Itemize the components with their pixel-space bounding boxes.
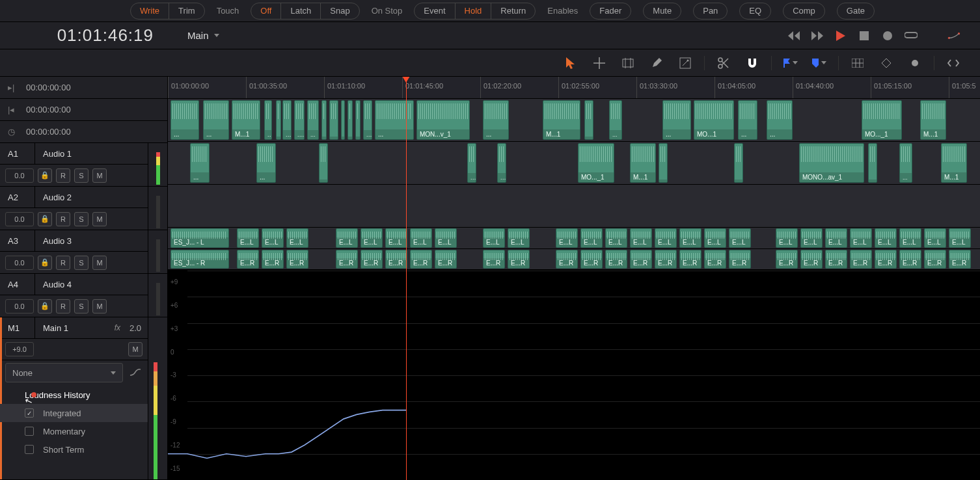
audio-clip[interactable]: E...L <box>286 228 308 248</box>
audio-clip[interactable]: ... <box>899 143 912 183</box>
m1-volume[interactable]: +9.0 <box>5 342 34 356</box>
m1-mute-button[interactable]: M <box>128 342 143 356</box>
record-button[interactable] <box>881 29 894 42</box>
mute-button[interactable]: M <box>92 256 107 270</box>
pencil-tool-icon[interactable] <box>649 56 664 70</box>
scissors-icon[interactable] <box>716 56 731 70</box>
lock-button[interactable]: 🔒 <box>38 256 52 270</box>
range-tool-icon[interactable] <box>621 56 635 70</box>
audio-clip[interactable]: E...R <box>237 250 259 269</box>
lock-button[interactable]: 🔒 <box>38 299 52 313</box>
track-name[interactable]: Audio 3 <box>35 236 72 246</box>
track-a3-lane[interactable] <box>168 185 980 228</box>
audio-clip[interactable] <box>734 143 743 183</box>
play-button[interactable] <box>834 29 847 42</box>
fader-pill[interactable]: Fader <box>590 3 631 20</box>
audio-clip[interactable]: ... <box>256 143 276 183</box>
arrow-tool-icon[interactable] <box>564 56 578 70</box>
loudness-lane[interactable]: +9+6+30-3-6-9-12-15 <box>168 271 980 480</box>
mute-pill[interactable]: Mute <box>643 3 681 20</box>
audio-clip[interactable]: E...L <box>924 228 946 248</box>
rewind-button[interactable] <box>787 29 800 42</box>
audio-clip[interactable]: ... <box>282 100 292 140</box>
audio-clip[interactable]: ES_J... - L <box>170 228 229 248</box>
track-a2-lane[interactable]: ............MO..._1M...1MONO...av_1...M.… <box>168 142 980 185</box>
audio-clip[interactable]: E...R <box>949 250 971 269</box>
write-button[interactable]: Write <box>131 3 169 19</box>
audio-clip[interactable]: E...R <box>556 250 578 269</box>
audio-clip[interactable]: E...R <box>605 250 627 269</box>
arm-button[interactable]: R <box>56 168 70 183</box>
crosshair-tool-icon[interactable] <box>592 56 606 70</box>
arm-button[interactable]: R <box>56 212 70 226</box>
comp-pill[interactable]: Comp <box>783 3 825 20</box>
track-volume[interactable]: 0.0 <box>5 168 34 183</box>
audio-clip[interactable]: E...R <box>729 250 751 269</box>
audio-clip[interactable]: ... <box>738 100 757 140</box>
audio-clip[interactable]: E...L <box>385 228 407 248</box>
audio-clip[interactable]: ... <box>294 100 305 140</box>
event-button[interactable]: Event <box>415 3 454 19</box>
audio-clip[interactable]: MON...v_1 <box>416 100 470 140</box>
audio-clip[interactable]: MO...1 <box>694 100 734 140</box>
fast-forward-button[interactable] <box>811 29 824 42</box>
playhead[interactable] <box>406 77 407 480</box>
audio-clip[interactable]: MONO...av_1 <box>799 143 864 183</box>
audio-clip[interactable]: E...R <box>385 250 407 269</box>
solo-button[interactable]: S <box>74 212 88 226</box>
grid-view-icon[interactable] <box>851 56 865 70</box>
audio-clip[interactable]: E...R <box>580 250 603 269</box>
audio-clip[interactable]: ... <box>264 100 272 140</box>
audio-clip[interactable] <box>276 100 281 140</box>
off-button[interactable]: Off <box>251 3 280 19</box>
eq-pill[interactable]: EQ <box>739 3 771 20</box>
audio-clip[interactable]: ... <box>609 100 622 140</box>
audio-clip[interactable]: E...L <box>850 228 872 248</box>
audio-clip[interactable]: ... <box>497 143 506 183</box>
timecode-row-0[interactable]: ▸|00:00:00:00 <box>0 77 167 99</box>
audio-clip[interactable]: E...R <box>508 250 530 269</box>
audio-clip[interactable]: ... <box>203 100 229 140</box>
audio-clip[interactable]: E...L <box>435 228 457 248</box>
audio-clip[interactable]: M...1 <box>543 100 580 140</box>
audio-clip[interactable]: MO..._1 <box>862 100 902 140</box>
audio-clip[interactable]: MO..._1 <box>578 143 614 183</box>
diamond-icon[interactable] <box>879 56 893 70</box>
audio-clip[interactable]: E...L <box>483 228 505 248</box>
audio-clip[interactable]: E...R <box>875 250 897 269</box>
m1-name[interactable]: Main 1 <box>35 323 115 333</box>
audio-clip[interactable]: E...L <box>556 228 578 248</box>
audio-clip[interactable] <box>355 100 361 140</box>
audio-clip[interactable]: E...L <box>508 228 530 248</box>
audio-clip[interactable]: E...L <box>875 228 897 248</box>
audio-clip[interactable]: ... <box>190 143 210 183</box>
track-a4-lane[interactable]: ES_J... - LE...LE...LE...LE...LE...LE...… <box>168 228 980 271</box>
audio-clip[interactable]: E...L <box>605 228 627 248</box>
audio-clip[interactable]: E...R <box>924 250 946 269</box>
audio-clip[interactable]: E...L <box>825 228 847 248</box>
snap-button[interactable]: Snap <box>320 3 359 19</box>
gate-pill[interactable]: Gate <box>837 3 875 20</box>
audio-clip[interactable]: E...R <box>825 250 847 269</box>
audio-clip[interactable] <box>868 143 877 183</box>
audio-clip[interactable]: E...L <box>361 228 383 248</box>
audio-clip[interactable]: E...L <box>410 228 432 248</box>
trim-button[interactable]: Trim <box>169 3 204 19</box>
audio-clip[interactable]: M...1 <box>232 100 260 140</box>
arm-button[interactable]: R <box>56 299 70 313</box>
mute-button[interactable]: M <box>92 212 107 226</box>
hold-button[interactable]: Hold <box>455 3 491 19</box>
track-volume[interactable]: 0.0 <box>5 299 34 313</box>
track-name[interactable]: Audio 4 <box>35 280 72 289</box>
audio-clip[interactable]: E...R <box>483 250 505 269</box>
audio-clip[interactable] <box>329 100 338 140</box>
timeline-ruler[interactable]: 01:00:00:0001:00:35:0001:01:10:0001:01:4… <box>168 77 980 99</box>
circle-icon[interactable] <box>908 56 922 70</box>
audio-clip[interactable]: E...R <box>336 250 358 269</box>
mute-button[interactable]: M <box>92 299 107 313</box>
audio-clip[interactable]: E...R <box>850 250 872 269</box>
audio-clip[interactable]: M...1 <box>920 100 946 140</box>
audio-clip[interactable]: E...R <box>286 250 308 269</box>
audio-clip[interactable]: ... <box>307 100 319 140</box>
audio-clip[interactable]: M...1 <box>941 143 967 183</box>
